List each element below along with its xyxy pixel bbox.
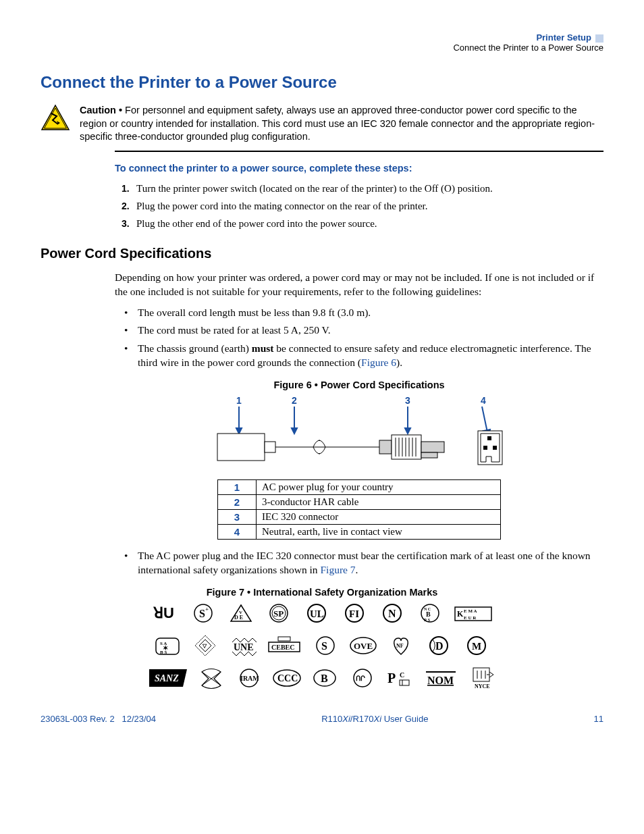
svg-rect-11 <box>217 434 265 461</box>
d-circle-mark: D <box>425 634 452 657</box>
svg-text:M: M <box>472 641 481 652</box>
svg-text:K: K <box>457 609 464 619</box>
nbr-mark: N CBR S <box>417 602 444 625</box>
svg-text:V: V <box>239 610 242 615</box>
svg-text:UNE: UNE <box>234 642 254 652</box>
nom-mark: NOM <box>425 667 457 689</box>
ccc-mark: CCC <box>273 667 300 689</box>
divider <box>115 151 603 152</box>
n-circle-mark: N <box>379 602 406 625</box>
safety-marks-grid: ꓤU S+ D EV SP UL FI N N CBR S KE M AE U … <box>146 602 498 689</box>
spec-intro: Depending on how your printer was ordere… <box>115 271 603 299</box>
figure-6-legend: 1AC power plug for your country 23-condu… <box>217 479 501 540</box>
svg-text:B: B <box>321 673 328 684</box>
footer-title: R110Xi/R170Xi User Guide <box>156 714 593 724</box>
svg-text:FI: FI <box>349 608 359 619</box>
steps-heading: To connect the printer to a power source… <box>115 163 603 174</box>
m-circle-mark: M <box>463 634 490 657</box>
svg-text:B: B <box>426 610 431 618</box>
une-mark: UNE <box>230 634 257 657</box>
footer-page-number: 11 <box>594 714 603 724</box>
svg-line-9 <box>482 407 487 432</box>
pct-mark: PC <box>387 667 414 689</box>
step: 1.Turn the printer power switch (located… <box>122 183 603 194</box>
sanz-mark: SANZ <box>149 667 187 689</box>
svg-text:N: N <box>388 608 396 619</box>
cebec-mark: CEBEC <box>267 634 301 657</box>
fig6-label-1: 1 <box>236 395 242 406</box>
header-marker-box <box>595 34 603 43</box>
footer-left: 23063L-003 Rev. 2 12/23/04 <box>41 714 156 724</box>
step: 3.Plug the other end of the power cord i… <box>122 218 603 230</box>
svg-text:C: C <box>400 671 404 679</box>
nf-heart-mark: NF <box>387 634 414 657</box>
bullet: The AC power plug and the IEC 320 connec… <box>124 549 603 577</box>
svg-text:E M A: E M A <box>464 608 477 614</box>
svg-text:CEBEC: CEBEC <box>271 644 294 651</box>
spec-bullets-2: The AC power plug and the IEC 320 connec… <box>124 549 603 577</box>
fig6-label-3: 3 <box>405 395 410 406</box>
caution-label: Caution • <box>80 105 122 115</box>
psb-mark: ՈՐ <box>349 667 376 689</box>
nyce-mark: NYCE <box>468 667 495 689</box>
caution-body: For personnel and equipment safety, alwa… <box>80 105 595 142</box>
header-section: Connect the Printer to a Power Source <box>41 43 603 53</box>
bullet: The cord must be rated for at least 5 A,… <box>124 323 603 338</box>
ru-mark: ꓤU <box>152 602 179 625</box>
svg-marker-4 <box>236 428 242 434</box>
caution-block: Caution • For personnel and equipment sa… <box>41 104 603 144</box>
sp-circle-mark: SP <box>265 602 292 625</box>
svg-text:S: S <box>199 608 205 619</box>
svg-text:OVE: OVE <box>354 641 373 651</box>
svg-text:▽: ▽ <box>202 643 207 649</box>
svg-text:S: S <box>321 640 327 652</box>
svg-marker-6 <box>292 428 297 434</box>
svg-text:SANZ: SANZ <box>155 673 179 683</box>
svg-text:NYCE: NYCE <box>475 683 490 689</box>
iram-mark: IRAM <box>236 667 263 689</box>
s-circle-mark: S <box>312 634 339 657</box>
bullet: The chassis ground (earth) must be conne… <box>124 342 603 370</box>
figure-6-diagram: 1 2 3 4 <box>204 394 514 475</box>
caution-text: Caution • For personnel and equipment sa… <box>80 104 603 144</box>
figure-6-caption: Figure 6 • Power Cord Specifications <box>115 380 603 390</box>
svg-text:P: P <box>387 671 396 685</box>
svg-text:CCC: CCC <box>277 673 298 683</box>
svg-marker-8 <box>405 428 410 434</box>
svg-text:R  S: R S <box>424 618 431 622</box>
page-header: Printer Setup Connect the Printer to a P… <box>41 32 603 53</box>
svg-rect-29 <box>493 446 497 450</box>
figure-link[interactable]: Figure 6 <box>361 357 396 368</box>
svg-text:IRAM: IRAM <box>240 675 259 682</box>
figure-link[interactable]: Figure 7 <box>320 564 355 575</box>
caution-icon <box>41 104 70 133</box>
svg-rect-27 <box>487 436 491 440</box>
ul-circle-mark: UL <box>303 602 330 625</box>
svg-rect-23 <box>421 442 444 452</box>
spec-bullets: The overall cord length must be less tha… <box>124 306 603 371</box>
svg-text:E U R: E U R <box>464 615 477 621</box>
bsi-kite-mark <box>198 667 225 689</box>
page-footer: 23063L-003 Rev. 2 12/23/04 R110Xi/R170Xi… <box>41 714 603 724</box>
svg-text:D: D <box>435 640 444 652</box>
svg-rect-15 <box>392 435 421 459</box>
svg-rect-14 <box>379 440 392 454</box>
s-plus-mark: S+ <box>190 602 217 625</box>
svg-text:ꓤU: ꓤU <box>153 604 174 621</box>
svg-rect-12 <box>265 442 275 452</box>
ove-mark: OVE <box>350 634 377 657</box>
svg-text:+: + <box>205 606 209 613</box>
saa-mark: ▽ <box>192 634 219 657</box>
svg-text:NOM: NOM <box>427 675 454 686</box>
svg-rect-88 <box>400 680 409 685</box>
svg-rect-24 <box>421 452 437 458</box>
svg-rect-62 <box>278 637 290 641</box>
svg-text:UL: UL <box>310 608 324 619</box>
vde-triangle-mark: D EV <box>227 602 254 625</box>
subsection-heading: Power Cord Specifications <box>41 246 603 261</box>
fig6-label-2: 2 <box>292 395 297 406</box>
svg-text:B  S: B S <box>160 650 167 655</box>
steps-list: 1.Turn the printer power switch (located… <box>122 183 603 230</box>
svg-text:NF: NF <box>396 643 404 649</box>
kema-keur-mark: KE M AE U R <box>454 602 492 625</box>
